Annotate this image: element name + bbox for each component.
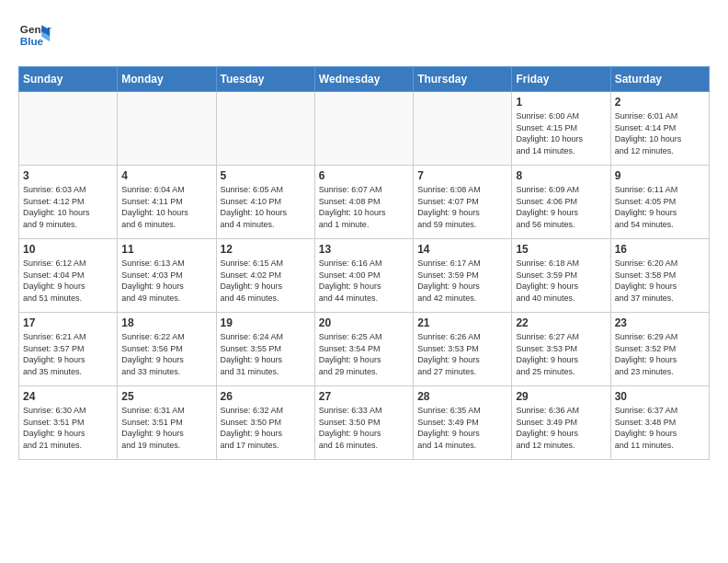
calendar-day: 6Sunrise: 6:07 AM Sunset: 4:08 PM Daylig… xyxy=(314,166,413,239)
day-info: Sunrise: 6:18 AM Sunset: 3:59 PM Dayligh… xyxy=(516,258,606,304)
day-info: Sunrise: 6:22 AM Sunset: 3:56 PM Dayligh… xyxy=(121,331,211,377)
calendar-day xyxy=(118,92,216,166)
day-info: Sunrise: 6:04 AM Sunset: 4:11 PM Dayligh… xyxy=(121,184,211,230)
calendar-day: 11Sunrise: 6:13 AM Sunset: 4:03 PM Dayli… xyxy=(118,239,216,313)
calendar-day: 25Sunrise: 6:31 AM Sunset: 3:51 PM Dayli… xyxy=(118,386,216,460)
day-info: Sunrise: 6:36 AM Sunset: 3:49 PM Dayligh… xyxy=(516,405,606,451)
calendar-day: 16Sunrise: 6:20 AM Sunset: 3:58 PM Dayli… xyxy=(610,239,709,313)
calendar-day: 26Sunrise: 6:32 AM Sunset: 3:50 PM Dayli… xyxy=(216,386,314,460)
day-number: 30 xyxy=(615,390,705,403)
calendar-day: 19Sunrise: 6:24 AM Sunset: 3:55 PM Dayli… xyxy=(216,313,314,386)
day-number: 11 xyxy=(121,243,211,256)
day-info: Sunrise: 6:15 AM Sunset: 4:02 PM Dayligh… xyxy=(221,258,311,304)
calendar-day: 28Sunrise: 6:35 AM Sunset: 3:49 PM Dayli… xyxy=(414,386,512,460)
day-info: Sunrise: 6:03 AM Sunset: 4:12 PM Dayligh… xyxy=(23,184,113,230)
calendar-day: 12Sunrise: 6:15 AM Sunset: 4:02 PM Dayli… xyxy=(216,239,314,313)
weekday-header-sunday: Sunday xyxy=(19,67,118,92)
calendar-day xyxy=(216,92,314,166)
day-number: 18 xyxy=(121,316,211,329)
day-number: 21 xyxy=(417,316,507,329)
day-number: 7 xyxy=(417,169,507,182)
day-number: 9 xyxy=(615,169,705,182)
day-info: Sunrise: 6:25 AM Sunset: 3:54 PM Dayligh… xyxy=(319,331,409,377)
day-info: Sunrise: 6:05 AM Sunset: 4:10 PM Dayligh… xyxy=(221,184,311,230)
day-number: 13 xyxy=(319,243,409,256)
calendar-header: SundayMondayTuesdayWednesdayThursdayFrid… xyxy=(19,67,710,92)
day-info: Sunrise: 6:00 AM Sunset: 4:15 PM Dayligh… xyxy=(516,110,606,156)
day-info: Sunrise: 6:30 AM Sunset: 3:51 PM Dayligh… xyxy=(23,405,113,451)
day-info: Sunrise: 6:12 AM Sunset: 4:04 PM Dayligh… xyxy=(23,258,113,304)
day-info: Sunrise: 6:37 AM Sunset: 3:48 PM Dayligh… xyxy=(615,405,705,451)
calendar-day: 4Sunrise: 6:04 AM Sunset: 4:11 PM Daylig… xyxy=(118,166,216,239)
day-number: 3 xyxy=(23,169,113,182)
day-number: 8 xyxy=(516,169,606,182)
weekday-header-friday: Friday xyxy=(512,67,610,92)
calendar-day: 13Sunrise: 6:16 AM Sunset: 4:00 PM Dayli… xyxy=(314,239,413,313)
calendar-day: 24Sunrise: 6:30 AM Sunset: 3:51 PM Dayli… xyxy=(19,386,118,460)
calendar-day xyxy=(414,92,512,166)
day-info: Sunrise: 6:32 AM Sunset: 3:50 PM Dayligh… xyxy=(221,405,311,451)
day-number: 25 xyxy=(121,390,211,403)
day-number: 27 xyxy=(319,390,409,403)
calendar-table: SundayMondayTuesdayWednesdayThursdayFrid… xyxy=(18,66,710,460)
weekday-header-thursday: Thursday xyxy=(414,67,512,92)
calendar-day: 23Sunrise: 6:29 AM Sunset: 3:52 PM Dayli… xyxy=(610,313,709,386)
calendar-day: 20Sunrise: 6:25 AM Sunset: 3:54 PM Dayli… xyxy=(314,313,413,386)
day-number: 22 xyxy=(516,316,606,329)
day-number: 6 xyxy=(319,169,409,182)
calendar-day: 9Sunrise: 6:11 AM Sunset: 4:05 PM Daylig… xyxy=(610,166,709,239)
day-info: Sunrise: 6:31 AM Sunset: 3:51 PM Dayligh… xyxy=(121,405,211,451)
day-info: Sunrise: 6:11 AM Sunset: 4:05 PM Dayligh… xyxy=(615,184,705,230)
day-number: 20 xyxy=(319,316,409,329)
calendar-day xyxy=(19,92,118,166)
day-info: Sunrise: 6:21 AM Sunset: 3:57 PM Dayligh… xyxy=(23,331,113,377)
day-info: Sunrise: 6:17 AM Sunset: 3:59 PM Dayligh… xyxy=(417,258,507,304)
day-info: Sunrise: 6:07 AM Sunset: 4:08 PM Dayligh… xyxy=(319,184,409,230)
calendar-day: 7Sunrise: 6:08 AM Sunset: 4:07 PM Daylig… xyxy=(414,166,512,239)
weekday-header-monday: Monday xyxy=(118,67,216,92)
page-header: General Blue xyxy=(18,18,710,52)
calendar-day: 21Sunrise: 6:26 AM Sunset: 3:53 PM Dayli… xyxy=(414,313,512,386)
calendar-day: 17Sunrise: 6:21 AM Sunset: 3:57 PM Dayli… xyxy=(19,313,118,386)
day-number: 26 xyxy=(221,390,311,403)
day-number: 10 xyxy=(23,243,113,256)
day-number: 15 xyxy=(516,243,606,256)
day-number: 14 xyxy=(417,243,507,256)
logo-icon: General Blue xyxy=(18,18,51,52)
svg-text:Blue: Blue xyxy=(20,35,44,47)
calendar-week-5: 24Sunrise: 6:30 AM Sunset: 3:51 PM Dayli… xyxy=(19,386,710,460)
day-info: Sunrise: 6:08 AM Sunset: 4:07 PM Dayligh… xyxy=(417,184,507,230)
calendar-day: 15Sunrise: 6:18 AM Sunset: 3:59 PM Dayli… xyxy=(512,239,610,313)
day-info: Sunrise: 6:29 AM Sunset: 3:52 PM Dayligh… xyxy=(615,331,705,377)
calendar-day: 14Sunrise: 6:17 AM Sunset: 3:59 PM Dayli… xyxy=(414,239,512,313)
calendar-day: 2Sunrise: 6:01 AM Sunset: 4:14 PM Daylig… xyxy=(610,92,709,166)
calendar-day: 29Sunrise: 6:36 AM Sunset: 3:49 PM Dayli… xyxy=(512,386,610,460)
calendar-day: 3Sunrise: 6:03 AM Sunset: 4:12 PM Daylig… xyxy=(19,166,118,239)
weekday-header-saturday: Saturday xyxy=(610,67,709,92)
calendar-day: 5Sunrise: 6:05 AM Sunset: 4:10 PM Daylig… xyxy=(216,166,314,239)
day-number: 19 xyxy=(221,316,311,329)
calendar-day: 30Sunrise: 6:37 AM Sunset: 3:48 PM Dayli… xyxy=(610,386,709,460)
day-number: 12 xyxy=(221,243,311,256)
day-number: 5 xyxy=(221,169,311,182)
day-number: 17 xyxy=(23,316,113,329)
day-info: Sunrise: 6:24 AM Sunset: 3:55 PM Dayligh… xyxy=(221,331,311,377)
day-number: 24 xyxy=(23,390,113,403)
calendar-day: 1Sunrise: 6:00 AM Sunset: 4:15 PM Daylig… xyxy=(512,92,610,166)
weekday-header-tuesday: Tuesday xyxy=(216,67,314,92)
day-info: Sunrise: 6:09 AM Sunset: 4:06 PM Dayligh… xyxy=(516,184,606,230)
day-number: 2 xyxy=(615,96,705,109)
calendar-day xyxy=(314,92,413,166)
day-number: 16 xyxy=(615,243,705,256)
weekday-row: SundayMondayTuesdayWednesdayThursdayFrid… xyxy=(19,67,710,92)
calendar-day: 8Sunrise: 6:09 AM Sunset: 4:06 PM Daylig… xyxy=(512,166,610,239)
day-number: 1 xyxy=(516,96,606,109)
weekday-header-wednesday: Wednesday xyxy=(314,67,413,92)
day-info: Sunrise: 6:26 AM Sunset: 3:53 PM Dayligh… xyxy=(417,331,507,377)
day-info: Sunrise: 6:13 AM Sunset: 4:03 PM Dayligh… xyxy=(121,258,211,304)
day-number: 23 xyxy=(615,316,705,329)
calendar-week-4: 17Sunrise: 6:21 AM Sunset: 3:57 PM Dayli… xyxy=(19,313,710,386)
logo: General Blue xyxy=(18,18,51,52)
calendar-body: 1Sunrise: 6:00 AM Sunset: 4:15 PM Daylig… xyxy=(19,92,710,460)
calendar-day: 27Sunrise: 6:33 AM Sunset: 3:50 PM Dayli… xyxy=(314,386,413,460)
